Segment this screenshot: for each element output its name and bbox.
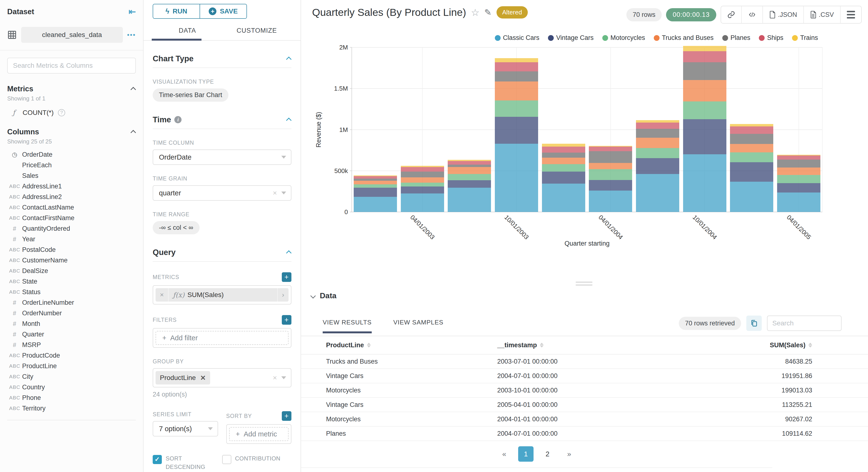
bar-segment[interactable]	[448, 188, 491, 212]
bar-segment[interactable]	[777, 156, 820, 160]
chevron-up-icon[interactable]	[130, 130, 136, 135]
bar-segment[interactable]	[730, 152, 773, 162]
dataset-selector[interactable]: cleaned_sales_data	[21, 27, 123, 43]
chevron-up-icon[interactable]	[286, 118, 292, 123]
viz-type-pill[interactable]: Time-series Bar Chart	[153, 89, 228, 102]
table-row[interactable]: Planes2004-07-01 00:00:00109114.62	[301, 427, 868, 441]
time-grain-select[interactable]: quarter ×	[153, 185, 291, 201]
column-list-item[interactable]: ABCProductCode	[7, 350, 136, 361]
bar-segment[interactable]	[495, 117, 538, 144]
bar-segment[interactable]	[683, 62, 726, 80]
column-list-item[interactable]: #OrderNumber	[7, 308, 136, 318]
pagination-page-2[interactable]: 2	[540, 446, 555, 462]
save-button[interactable]: + SAVE	[199, 4, 246, 18]
bar-segment[interactable]	[730, 126, 773, 134]
bar-segment[interactable]	[683, 154, 726, 212]
column-list-item[interactable]: ABCState	[7, 276, 136, 287]
column-list-item[interactable]: ABCTerritory	[7, 403, 136, 414]
column-list-item[interactable]: #Year	[7, 234, 136, 244]
column-list-item[interactable]: ABCContactLastName	[7, 202, 136, 213]
bar-segment[interactable]	[589, 147, 632, 151]
column-header-sum-sales-[interactable]: SUM(Sales)	[770, 342, 812, 349]
bar-segment[interactable]	[495, 71, 538, 82]
bar-segment[interactable]	[448, 180, 491, 188]
add-sort-metric-dashed[interactable]: + Add metric	[229, 427, 289, 441]
bar-segment[interactable]	[542, 184, 585, 212]
table-row[interactable]: Vintage Cars2004-07-01 00:00:00191951.86	[301, 369, 868, 383]
bar-segment[interactable]	[354, 184, 397, 188]
bar-segment[interactable]	[401, 171, 444, 177]
bar-segment[interactable]	[495, 62, 538, 71]
time-column-select[interactable]: OrderDate	[153, 150, 291, 165]
pagination-prev[interactable]: «	[497, 446, 512, 462]
bar-segment[interactable]	[589, 151, 632, 163]
bar-segment[interactable]	[401, 183, 444, 186]
results-search-input[interactable]	[767, 316, 842, 331]
bar-segment[interactable]	[495, 100, 538, 117]
bar-segment[interactable]	[542, 158, 585, 164]
copy-data-button[interactable]	[746, 316, 762, 331]
column-header-productline[interactable]: ProductLine	[326, 342, 497, 349]
bar-segment[interactable]	[448, 165, 491, 167]
metrics-columns-search[interactable]	[7, 58, 136, 73]
bar-segment[interactable]	[636, 129, 679, 138]
bar-segment[interactable]	[636, 138, 679, 148]
column-header--timestamp[interactable]: __timestamp	[497, 342, 733, 349]
bar-segment[interactable]	[401, 177, 444, 183]
tab-data[interactable]: DATA	[153, 27, 222, 41]
bar-segment[interactable]	[354, 179, 397, 181]
bar-segment[interactable]	[636, 174, 679, 212]
bar-segment[interactable]	[354, 181, 397, 184]
bar-segment[interactable]	[777, 160, 820, 167]
sort-descending-control[interactable]: ✓ SORT DESCENDING	[153, 454, 222, 471]
tab-view-samples[interactable]: VIEW SAMPLES	[393, 319, 444, 333]
add-sort-metric-button[interactable]: +	[282, 411, 291, 421]
time-range-pill[interactable]: -∞ ≤ col < ∞	[153, 221, 199, 234]
bar-segment[interactable]	[683, 46, 726, 51]
bar-segment[interactable]	[730, 182, 773, 212]
column-list-item[interactable]: #Quarter	[7, 329, 136, 340]
data-section-toggle[interactable]: Data	[311, 291, 868, 300]
metric-list-item[interactable]: ƒ COUNT(*) ?	[7, 108, 136, 117]
bar-segment[interactable]	[542, 153, 585, 158]
metric-chip[interactable]: × ƒ(x)SUM(Sales) ›	[156, 288, 288, 302]
bar-segment[interactable]	[636, 123, 679, 129]
bar-segment[interactable]	[683, 101, 726, 119]
bar-segment[interactable]	[354, 176, 397, 179]
bar-segment[interactable]	[589, 163, 632, 169]
column-list-item[interactable]: ABCAddressLine1	[7, 181, 136, 192]
column-list-item[interactable]: ABCPostalCode	[7, 244, 136, 255]
column-list-item[interactable]: ABCContactFirstName	[7, 213, 136, 223]
bar-segment[interactable]	[495, 144, 538, 212]
bar-segment[interactable]	[589, 146, 632, 147]
bar-segment[interactable]	[777, 192, 820, 212]
stacked-bar-chart[interactable]: 0500k1M1.5M2M04/01/200310/01/200304/01/2…	[301, 0, 868, 279]
bar-segment[interactable]	[730, 134, 773, 144]
bar-segment[interactable]	[730, 124, 773, 126]
group-by-box[interactable]: ProductLine✕ ×	[153, 368, 291, 387]
remove-chip-icon[interactable]: ✕	[200, 374, 206, 382]
bar-segment[interactable]	[683, 80, 726, 102]
series-limit-select[interactable]: 7 option(s)	[153, 421, 218, 436]
pagination-next[interactable]: »	[561, 446, 577, 462]
bar-segment[interactable]	[401, 166, 444, 167]
chevron-up-icon[interactable]	[130, 87, 136, 93]
bar-segment[interactable]	[542, 164, 585, 171]
bar-segment[interactable]	[448, 161, 491, 165]
bar-segment[interactable]	[636, 148, 679, 158]
chevron-right-icon[interactable]: ›	[277, 288, 288, 302]
bar-segment[interactable]	[401, 187, 444, 193]
bar-segment[interactable]	[777, 155, 820, 156]
column-list-item[interactable]: ABCCustomerName	[7, 255, 136, 265]
bar-segment[interactable]	[683, 51, 726, 62]
column-list-item[interactable]: PriceEach	[7, 160, 136, 170]
collapse-panel-icon[interactable]: ⇤	[129, 7, 136, 17]
table-row[interactable]: Trucks and Buses2003-07-01 00:00:0084638…	[301, 354, 868, 369]
bar-segment[interactable]	[542, 147, 585, 153]
column-list-item[interactable]: ABCCity	[7, 371, 136, 382]
panel-resize-handle[interactable]	[576, 282, 592, 287]
table-row[interactable]: Motorcycles2004-01-01 00:00:0090267.02	[301, 412, 868, 427]
clear-icon[interactable]: ×	[273, 374, 277, 382]
bar-segment[interactable]	[542, 171, 585, 184]
bar-segment[interactable]	[354, 197, 397, 212]
